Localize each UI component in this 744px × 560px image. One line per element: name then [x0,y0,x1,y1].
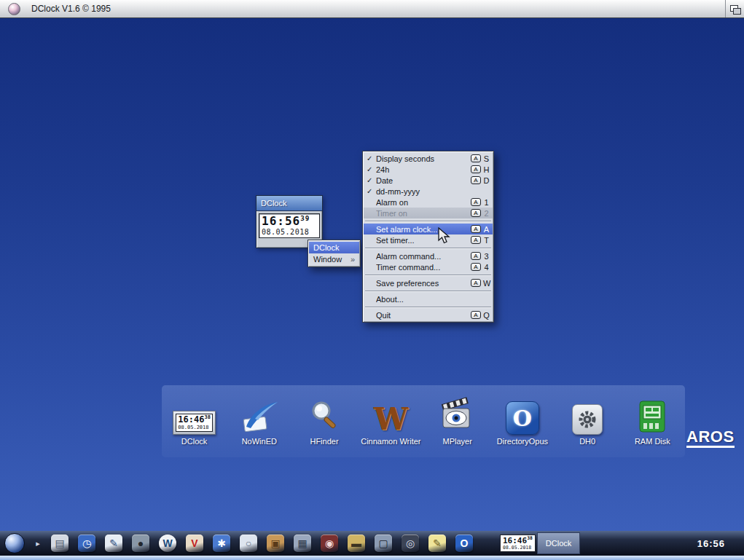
dclock-window-title: DClock [261,199,286,208]
text-editor-icon[interactable]: ✎ [105,535,122,552]
menu-item-alarm-on[interactable]: Alarm onA1 [364,197,493,208]
shortcut-key-label: A [483,225,490,234]
directoryopus-icon: O [506,390,539,435]
tv-screen-icon[interactable]: ▢ [375,535,392,552]
checkmark-icon: ✓ [367,165,376,173]
cinnamon-w-glyph: W [374,404,408,435]
lcd-seconds-value: 38 [527,535,533,541]
menu-item-label: Set alarm clock... [376,225,471,234]
buildings-icon[interactable]: ▦ [294,535,311,552]
screen-depth-button[interactable] [725,0,744,17]
amiga-key-icon: A [471,236,481,244]
menu-item-date[interactable]: ✓DateAD [364,175,493,186]
menu-item-set-timer[interactable]: Set timer...AT [364,234,493,245]
menu-item-label: Set timer... [376,236,471,245]
shortcut-key-label: T [483,236,490,245]
package-box-icon[interactable]: ▣ [267,535,284,552]
aros-desktop-label: AROS [686,428,735,448]
dock-item-mplayer[interactable]: MPlayer [429,390,486,446]
wordpress-icon[interactable]: W [159,535,176,552]
menu-group-panel: DClockWindow» [308,240,361,267]
dock-item-ram-disk[interactable]: RAM Disk [624,390,681,446]
dock-item-label: DirectoryOpus [497,437,548,446]
menu-item-set-alarm-clock[interactable]: Set alarm clock...AA [364,224,493,234]
menu-item-timer-command[interactable]: Timer command...A4 [364,261,493,272]
menu-separator [365,307,491,307]
lcd-time-value: 16:46 [503,536,527,545]
menu-item-label: Save preferences [376,279,471,288]
film-reel-icon[interactable]: ◉ [321,535,338,552]
frying-pan-icon[interactable]: ● [132,535,149,552]
lcd-seconds-value: 39 [300,214,310,222]
amiga-key-icon: A [471,311,481,319]
checkmark-icon: ✓ [367,176,376,184]
dh0-icon [572,390,603,435]
camera-lens-icon[interactable]: ◎ [402,535,419,552]
menu-separator [365,221,491,221]
wanderer-clock-icon[interactable]: ◷ [78,535,95,552]
menu-item-save-preferences[interactable]: Save preferencesAW [364,277,493,288]
aros-menu-logo-icon[interactable] [8,3,20,15]
amiga-key-icon: A [471,154,481,162]
dock-item-label: Cinnamon Writer [361,437,420,446]
menu-item-dd-mm-yyyy[interactable]: ✓dd-mm-yyyy [364,186,493,197]
menu-item-24h[interactable]: ✓24hAH [364,164,493,175]
tape-deck-icon[interactable]: ▬ [348,535,365,552]
cinnamon-writer-icon: W [374,390,408,435]
menu-item-alarm-command[interactable]: Alarm command...A3 [364,251,493,261]
paint-icon[interactable]: ✱ [213,535,230,552]
menu-item-quit[interactable]: QuitAQ [364,309,493,320]
menu-item-label: Timer command... [376,263,471,272]
dclock-lcd-display: 16:5639 08.05.2018 [259,213,320,238]
menu-item-display-seconds[interactable]: ✓Display secondsAS [364,153,493,164]
dock-item-label: HFinder [310,437,338,446]
taskbar: ▸▤◷✎●WV✱○▣▦◉▬▢◎✎O 16:4638 08.05.2018 DCl… [0,531,744,556]
desktop-dock: 16:463808.05.2018DClockNoWinEDHFinderWCi… [162,385,685,457]
amiga-key-icon: A [471,279,481,287]
shortcut-key-label: H [483,165,490,174]
submenu-item-label: DClock [313,243,339,252]
taskbar-clock: 16:56 [697,531,725,556]
notes-icon[interactable]: ✎ [428,535,446,552]
dock-item-nowined[interactable]: NoWinED [231,390,288,446]
menubar-title: DClock V1.6 © 1995 [31,4,111,14]
start-arrow-icon[interactable]: ▸ [34,535,42,552]
lcd-time-value: 16:56 [262,214,300,228]
dopus-small-icon[interactable]: O [455,535,473,552]
menu-item-label: Alarm command... [376,252,471,261]
amiga-key-icon: A [471,165,481,173]
dock-item-dh0[interactable]: DH0 [559,390,616,446]
lcd-date: 08.05.2018 [503,545,533,551]
shortcut-key-label: W [483,279,490,288]
menu-item-about[interactable]: About... [364,293,493,304]
dclock-window-titlebar[interactable]: DClock [257,196,322,211]
amiga-key-icon: A [471,209,481,217]
nowined-icon [240,390,279,435]
amiga-key-icon: A [471,225,481,233]
utility-tool-icon[interactable]: V [186,535,203,552]
shortcut-key-label: Q [483,311,490,320]
taskbar-dclock-lcd: 16:4638 08.05.2018 [500,535,536,552]
dock-item-hfinder[interactable]: HFinder [296,390,353,446]
drawer-icon[interactable]: ▤ [51,535,68,552]
taskbar-dclock-label: DClock [537,532,580,554]
dock-item-dclock[interactable]: 16:463808.05.2018DClock [166,390,223,446]
submenu-item-window[interactable]: Window» [309,253,359,265]
dock-item-label: RAM Disk [635,437,670,446]
menu-item-timer-on[interactable]: Timer onA2 [364,208,493,218]
submenu-item-label: Window [313,255,342,264]
submenu-item-dclock[interactable]: DClock [309,242,359,253]
dock-item-label: DH0 [579,437,595,446]
taskbar-dclock-task[interactable]: 16:4638 08.05.2018 DClock [500,532,580,554]
menu-separator [365,275,491,275]
ram-disk-icon [637,390,667,435]
shortcut-key-label: D [483,176,490,185]
menu-separator [365,291,491,291]
search-doc-icon[interactable]: ○ [240,535,257,552]
dock-item-directoryopus[interactable]: ODirectoryOpus [494,390,551,446]
menu-item-label: Date [376,176,471,185]
menu-item-label: 24h [376,165,471,174]
dock-item-cinnamon-writer[interactable]: WCinnamon Writer [361,390,420,446]
aros-start-icon[interactable] [4,533,25,553]
shortcut-key-label: 1 [483,198,490,207]
